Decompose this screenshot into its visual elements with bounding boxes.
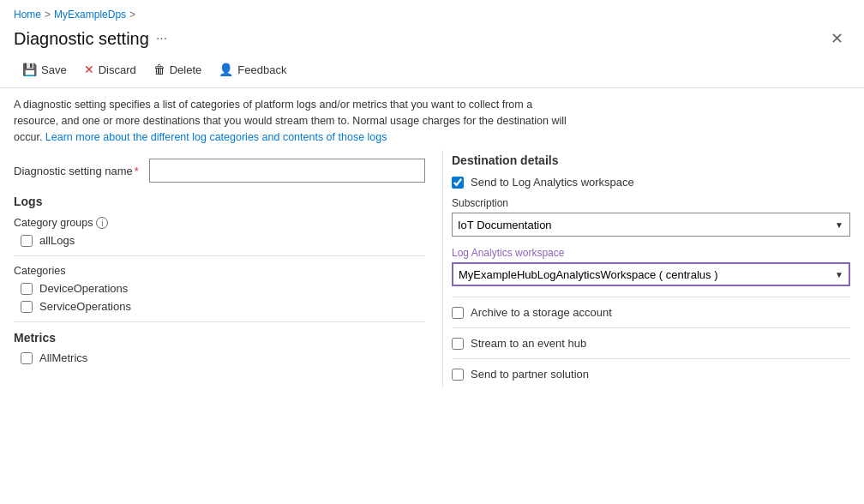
right-panel: Destination details Send to Log Analytic… xyxy=(442,150,850,387)
workspace-dropdown-wrapper: MyExampleHubLogAnalyticsWorkspace ( cent… xyxy=(452,262,850,286)
delete-label: Delete xyxy=(170,63,202,76)
storage-label[interactable]: Archive to a storage account xyxy=(471,306,612,319)
logs-divider-1 xyxy=(14,255,425,256)
serviceoperations-label[interactable]: ServiceOperations xyxy=(39,300,131,313)
discard-label: Discard xyxy=(99,63,136,76)
subscription-label: Subscription xyxy=(452,197,850,209)
left-panel: Diagnostic setting name* Logs Category g… xyxy=(14,150,442,387)
header-title-group: Diagnostic setting ··· xyxy=(14,29,167,49)
logs-section-title: Logs xyxy=(14,195,425,208)
log-analytics-checkbox[interactable] xyxy=(452,177,464,189)
header-ellipsis[interactable]: ··· xyxy=(156,31,167,46)
form-area: Diagnostic setting name* Logs Category g… xyxy=(0,150,864,387)
partner-option: Send to partner solution xyxy=(452,368,850,381)
subscription-group: Subscription IoT Documentation ▼ xyxy=(452,197,850,237)
alllogs-checkbox[interactable] xyxy=(21,235,33,247)
allmetrics-row: AllMetrics xyxy=(21,351,425,364)
toolbar: 💾 Save ✕ Discard 🗑 Delete 👤 Feedback xyxy=(0,51,864,88)
deviceoperations-checkbox[interactable] xyxy=(21,283,33,295)
name-field-row: Diagnostic setting name* xyxy=(14,159,425,183)
workspace-group: Log Analytics workspace MyExampleHubLogA… xyxy=(452,247,850,286)
delete-icon: 🗑 xyxy=(153,63,165,76)
learn-more-link[interactable]: Learn more about the different log categ… xyxy=(45,131,387,143)
workspace-label: Log Analytics workspace xyxy=(452,247,850,259)
feedback-button[interactable]: 👤 Feedback xyxy=(210,58,295,81)
storage-checkbox[interactable] xyxy=(452,307,464,319)
categories-label: Categories xyxy=(14,265,425,277)
save-icon: 💾 xyxy=(22,63,37,76)
allmetrics-label[interactable]: AllMetrics xyxy=(39,351,87,364)
deviceoperations-label[interactable]: DeviceOperations xyxy=(39,282,128,295)
page: Home > MyExampleDps > Diagnostic setting… xyxy=(0,0,864,504)
discard-icon: ✕ xyxy=(84,63,94,76)
breadcrumb-myexampledps[interactable]: MyExampleDps xyxy=(54,9,126,21)
close-button[interactable]: ✕ xyxy=(824,26,850,51)
partner-checkbox[interactable] xyxy=(452,369,464,381)
log-analytics-label[interactable]: Send to Log Analytics workspace xyxy=(471,176,634,189)
allmetrics-checkbox[interactable] xyxy=(21,352,33,364)
subscription-select[interactable]: IoT Documentation xyxy=(452,213,850,237)
log-analytics-option: Send to Log Analytics workspace xyxy=(452,176,850,189)
dest-divider-2 xyxy=(452,327,850,328)
deviceoperations-row: DeviceOperations xyxy=(21,282,425,295)
feedback-label: Feedback xyxy=(237,63,286,76)
category-groups-label: Category groups i xyxy=(14,217,425,229)
destination-section-title: Destination details xyxy=(452,153,850,167)
discard-button[interactable]: ✕ Discard xyxy=(75,58,145,81)
serviceoperations-checkbox[interactable] xyxy=(21,301,33,313)
page-title: Diagnostic setting xyxy=(14,29,149,49)
description-text: A diagnostic setting specifies a list of… xyxy=(0,88,583,150)
save-label: Save xyxy=(41,63,67,76)
breadcrumb-home[interactable]: Home xyxy=(14,9,41,21)
alllogs-row: allLogs xyxy=(21,234,425,247)
eventhub-label[interactable]: Stream to an event hub xyxy=(471,337,586,350)
delete-button[interactable]: 🗑 Delete xyxy=(145,58,211,81)
breadcrumb: Home > MyExampleDps > xyxy=(0,0,864,24)
category-groups-info-icon[interactable]: i xyxy=(96,217,108,229)
dest-divider-1 xyxy=(452,297,850,297)
alllogs-label[interactable]: allLogs xyxy=(39,234,75,247)
eventhub-checkbox[interactable] xyxy=(452,338,464,350)
subscription-dropdown-wrapper: IoT Documentation ▼ xyxy=(452,213,850,237)
eventhub-option: Stream to an event hub xyxy=(452,337,850,350)
name-input[interactable] xyxy=(149,159,425,183)
logs-divider-2 xyxy=(14,321,425,322)
metrics-section-title: Metrics xyxy=(14,331,425,345)
serviceoperations-row: ServiceOperations xyxy=(21,300,425,313)
feedback-icon: 👤 xyxy=(219,63,233,76)
workspace-select[interactable]: MyExampleHubLogAnalyticsWorkspace ( cent… xyxy=(452,262,850,286)
save-button[interactable]: 💾 Save xyxy=(14,58,75,81)
name-label: Diagnostic setting name* xyxy=(14,165,139,177)
storage-option: Archive to a storage account xyxy=(452,306,850,319)
dest-divider-3 xyxy=(452,358,850,359)
page-header: Diagnostic setting ··· ✕ xyxy=(0,24,864,51)
partner-label[interactable]: Send to partner solution xyxy=(471,368,589,381)
